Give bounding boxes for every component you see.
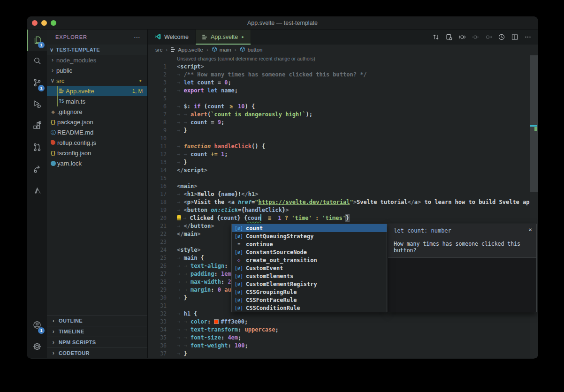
- code-line[interactable]: 33→ → color: #ff3e00;: [148, 318, 538, 326]
- sidebar-item-explorer[interactable]: 1: [27, 30, 47, 51]
- code-line[interactable]: 5: [148, 95, 538, 103]
- suggest-item-constantsourcenode[interactable]: [ø]ConstantSourceNode: [232, 248, 387, 256]
- code-line[interactable]: 37→ }: [148, 350, 538, 358]
- code-line[interactable]: 10: [148, 135, 538, 143]
- suggest-item-continue[interactable]: ≡continue: [232, 240, 387, 248]
- project-root-row[interactable]: ∨ TEST-TEMPLATE: [47, 45, 147, 55]
- section-outline[interactable]: ›OUTLINE: [47, 315, 147, 326]
- code-line[interactable]: 1<script>: [148, 63, 538, 71]
- tab-welcome[interactable]: Welcome: [148, 30, 196, 45]
- code-line[interactable]: 9→ }: [148, 127, 538, 135]
- tree-item-readme-md[interactable]: iREADME.md: [47, 127, 147, 137]
- quick-fix-lightbulb-icon[interactable]: [177, 215, 181, 220]
- tree-item-rollup-config-js[interactable]: rollup.config.js: [47, 137, 147, 148]
- code-line[interactable]: 14</script>: [148, 166, 538, 174]
- section-label: TIMELINE: [59, 329, 84, 334]
- code-line[interactable]: 2→ /** How many times has someone clicke…: [148, 71, 538, 79]
- line-number: 12: [148, 151, 167, 158]
- code-line-content: → /** How many times has someone clicked…: [167, 71, 367, 79]
- sidebar-item-run-debug[interactable]: [27, 94, 47, 116]
- tree-item-public[interactable]: ›public: [47, 65, 147, 75]
- color-swatch[interactable]: [214, 319, 219, 324]
- code-line[interactable]: 36→ → font-weight: 100;: [148, 342, 538, 350]
- code-line[interactable]: 17→ <h1>Hello {name}!</h1>: [148, 190, 538, 198]
- code-line[interactable]: 15: [148, 174, 538, 182]
- tree-item-app-svelte[interactable]: App.svelte1, M: [47, 86, 147, 96]
- zoom-window-button[interactable]: [51, 20, 56, 26]
- settings-button[interactable]: [27, 337, 47, 358]
- editor-scrollbar[interactable]: [530, 55, 538, 358]
- more-actions-icon[interactable]: [521, 30, 534, 44]
- git-compare-icon[interactable]: [429, 30, 442, 44]
- modified-dot-icon: ●: [139, 78, 142, 83]
- section-npm-scripts[interactable]: ›NPM SCRIPTS: [47, 337, 147, 347]
- suggest-item-cssgroupingrule[interactable]: [ø]CSSGroupingRule: [232, 288, 387, 296]
- code-line[interactable]: 16<main>: [148, 182, 538, 190]
- next-change-icon[interactable]: [482, 30, 495, 44]
- open-changes-icon[interactable]: [442, 30, 456, 44]
- file-history-icon[interactable]: [495, 30, 508, 44]
- code-line[interactable]: 8→ → count = 9;: [148, 119, 538, 127]
- code-line[interactable]: 6→ $: if (count ≥ 10) {: [148, 103, 538, 111]
- line-number: 34: [148, 326, 167, 334]
- code-lines[interactable]: 1<script>2→ /** How many times has someo…: [148, 63, 538, 358]
- code-token: `count is dangerously high!`: [211, 111, 305, 118]
- code-token: ?: [285, 215, 288, 221]
- code-line[interactable]: 18→ <p>Visit the <a href="https://svelte…: [148, 198, 538, 206]
- tree-item-node-modules[interactable]: ›node_modules: [47, 55, 147, 65]
- suggest-item-count[interactable]: [ø]count: [232, 224, 387, 232]
- sidebar-item-live-share[interactable]: [27, 159, 47, 181]
- breadcrumb-src[interactable]: src: [155, 47, 162, 53]
- sidebar-item-extensions[interactable]: [27, 116, 47, 137]
- code-token: Hello: [197, 191, 217, 197]
- minimize-window-button[interactable]: [41, 20, 47, 26]
- sidebar-item-search[interactable]: [27, 51, 47, 73]
- code-line[interactable]: 20→ Clicked {count} {coun ≡ 1 ? 'time' :…: [148, 214, 538, 222]
- suggest-item-cssfontfacerule[interactable]: [ø]CSSFontFaceRule: [232, 296, 387, 304]
- suggest-item-customelements[interactable]: [ø]customElements: [232, 272, 387, 280]
- code-line[interactable]: 34→ → text-transform: uppercase;: [148, 326, 538, 334]
- navigate-changes-icon[interactable]: [456, 30, 469, 44]
- project-root-label: TEST-TEMPLATE: [56, 47, 100, 53]
- accounts-button[interactable]: 1: [27, 315, 47, 337]
- code-line[interactable]: 4→ export let name;: [148, 87, 538, 95]
- sidebar-more-actions-icon[interactable]: ⋯: [134, 33, 141, 41]
- code-line[interactable]: 12→ → count += 1;: [148, 151, 538, 158]
- split-editor-icon[interactable]: [508, 30, 521, 44]
- dirty-indicator-icon[interactable]: ●: [241, 35, 244, 39]
- tab-app-svelte[interactable]: App.svelte ●: [196, 30, 251, 45]
- section-codetour[interactable]: ›CODETOUR: [47, 347, 147, 358]
- tree-item-src[interactable]: ∨src●: [47, 75, 147, 86]
- tree-item--gitignore[interactable]: ◆.gitignore: [47, 106, 147, 117]
- tree-item-yarn-lock[interactable]: yarn.lock: [47, 158, 147, 168]
- code-line[interactable]: 11→ function handleClick() {: [148, 143, 538, 151]
- suggest-item-countqueuingstrategy[interactable]: [ø]CountQueuingStrategy: [232, 232, 387, 240]
- section-timeline[interactable]: ›TIMELINE: [47, 326, 147, 337]
- breadcrumb-main[interactable]: main: [212, 46, 231, 53]
- tree-item-tsconfig-json[interactable]: {}tsconfig.json: [47, 148, 147, 158]
- suggest-item-customevent[interactable]: [ø]CustomEvent: [232, 264, 387, 272]
- close-icon[interactable]: ×: [528, 226, 532, 233]
- previous-change-icon[interactable]: [469, 30, 482, 44]
- tree-item-main-ts[interactable]: TSmain.ts: [47, 96, 147, 106]
- code-line[interactable]: 3→ let count = 0;: [148, 79, 538, 87]
- close-window-button[interactable]: [32, 20, 38, 26]
- suggest-item-cssconditionrule[interactable]: [ø]CSSConditionRule: [232, 304, 387, 312]
- code-line[interactable]: 13→ }: [148, 158, 538, 166]
- code-line[interactable]: 19→ <button on:click={handleClick}>: [148, 206, 538, 214]
- code-editor[interactable]: Unsaved changes (cannot determine recent…: [148, 55, 538, 358]
- code-token: count: [191, 151, 207, 158]
- codelens-annotation[interactable]: Unsaved changes (cannot determine recent…: [148, 55, 538, 63]
- tree-item-package-json[interactable]: {}package.json: [47, 117, 147, 127]
- sidebar-item-source-control[interactable]: 1: [27, 73, 47, 94]
- sidebar-item-github-pull-requests[interactable]: [27, 137, 47, 159]
- code-line[interactable]: 35→ → font-size: 4em;: [148, 334, 538, 342]
- scrollbar-thumb[interactable]: [530, 55, 538, 192]
- breadcrumb-app-svelte[interactable]: App.svelte: [171, 47, 203, 53]
- code-token: →: [177, 159, 183, 166]
- suggest-item-create_out_transition[interactable]: ◇create_out_transition: [232, 256, 387, 264]
- sidebar-item-azure[interactable]: [27, 181, 47, 202]
- code-line[interactable]: 7→ → alert(`count is dangerously high!`)…: [148, 111, 538, 119]
- suggest-item-customelementregistry[interactable]: [ø]CustomElementRegistry: [232, 280, 387, 288]
- breadcrumb-button[interactable]: button: [240, 46, 263, 53]
